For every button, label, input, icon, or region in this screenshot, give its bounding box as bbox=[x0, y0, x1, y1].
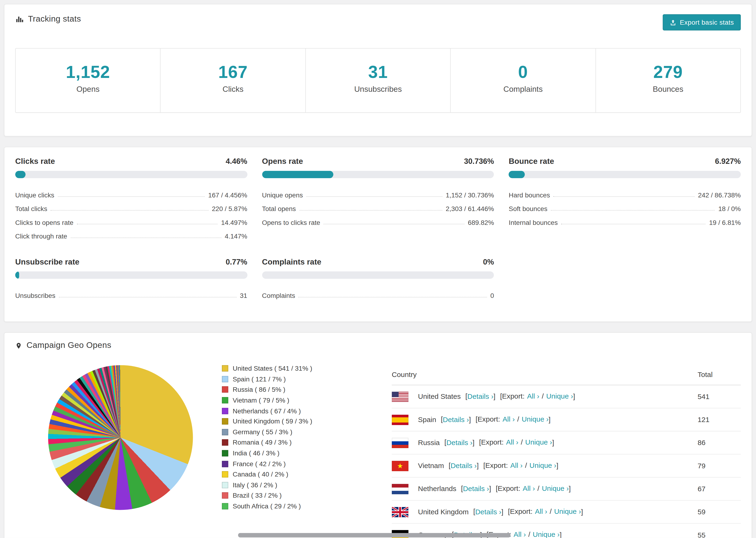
country-name: Spain bbox=[418, 415, 436, 423]
bracket-close: ] bbox=[569, 484, 571, 492]
legend-swatch bbox=[222, 461, 228, 467]
legend-item: Germany ( 55 / 3% ) bbox=[222, 427, 369, 437]
country-cell: United Kingdom [Details ›] [Export:All ›… bbox=[392, 501, 698, 523]
rate-rows: Complaints 0 bbox=[262, 286, 494, 299]
rate-progress-bar bbox=[509, 171, 741, 178]
rate-percent: 6.927% bbox=[715, 157, 741, 166]
dotted-leader bbox=[553, 196, 694, 197]
details-link[interactable]: Details › bbox=[463, 484, 489, 492]
stat-label: Bounces bbox=[596, 85, 740, 94]
rate-rows: Unique clicks 167 / 4.456% Total clicks … bbox=[15, 185, 247, 240]
stat-cell: 1,152 Opens bbox=[16, 49, 161, 112]
rate-progress-bar bbox=[262, 171, 494, 178]
rate-head: Bounce rate 6.927% bbox=[509, 157, 741, 166]
rate-detail-row: Soft bounces 18 / 0% bbox=[509, 199, 741, 213]
flag-gb-icon bbox=[392, 507, 408, 517]
rate-detail-row: Complaints 0 bbox=[262, 286, 494, 299]
rate-head: Complaints rate 0% bbox=[262, 258, 494, 267]
stat-value: 31 bbox=[306, 61, 450, 83]
geo-table-body: United States [Details ›] [Export:All ›/… bbox=[392, 385, 741, 538]
slash-divider: / bbox=[550, 508, 552, 515]
export-unique-link[interactable]: Unique › bbox=[529, 461, 557, 469]
map-pin-icon bbox=[15, 341, 22, 350]
horizontal-scrollbar-thumb[interactable] bbox=[238, 533, 511, 538]
legend-label: France ( 42 / 2% ) bbox=[233, 460, 286, 467]
bracket-open: [ bbox=[473, 508, 475, 515]
country-total: 541 bbox=[698, 385, 741, 408]
rate-percent: 30.736% bbox=[464, 157, 494, 166]
campaign-geo-opens-title: Campaign Geo Opens bbox=[15, 341, 111, 350]
rate-progress-fill bbox=[509, 171, 525, 178]
export-unique-link[interactable]: Unique › bbox=[554, 508, 581, 515]
dotted-leader bbox=[59, 297, 237, 297]
tracking-stats-title-text: Tracking stats bbox=[28, 14, 81, 24]
legend-item: United States ( 541 / 31% ) bbox=[222, 363, 369, 374]
legend-item: India ( 46 / 3% ) bbox=[222, 448, 369, 458]
rate-detail-row: Hard bounces 242 / 86.738% bbox=[509, 185, 741, 199]
export-all-link[interactable]: All › bbox=[527, 392, 539, 400]
export-all-link[interactable]: All › bbox=[514, 531, 526, 538]
bracket-close: ] bbox=[560, 531, 562, 538]
export-unique-link[interactable]: Unique › bbox=[546, 392, 573, 400]
country-name: United States bbox=[418, 392, 460, 400]
rate-percent: 4.46% bbox=[226, 157, 247, 166]
tracking-stats-card: Tracking stats Export basic stats 1,152 … bbox=[4, 4, 752, 136]
details-link[interactable]: Details › bbox=[451, 461, 477, 469]
rate-progress-fill bbox=[15, 271, 19, 279]
details-link[interactable]: Details › bbox=[467, 392, 494, 400]
geo-legend: United States ( 541 / 31% ) Spain ( 121 … bbox=[222, 363, 369, 511]
export-all-link[interactable]: All › bbox=[535, 508, 547, 515]
export-all-link[interactable]: All › bbox=[523, 484, 535, 492]
legend-label: Canada ( 40 / 2% ) bbox=[233, 471, 288, 478]
export-unique-link[interactable]: Unique › bbox=[533, 531, 560, 538]
rate-head: Opens rate 30.736% bbox=[262, 157, 494, 166]
rate-detail-value: 1,152 / 30.736% bbox=[446, 191, 494, 198]
flag-nl-icon bbox=[392, 484, 408, 494]
legend-label: Russia ( 86 / 5% ) bbox=[233, 386, 285, 393]
rate-detail-value: 242 / 86.738% bbox=[698, 191, 741, 198]
export-unique-link[interactable]: Unique › bbox=[522, 415, 549, 423]
export-unique-link[interactable]: Unique › bbox=[542, 484, 569, 492]
export-all-link[interactable]: All › bbox=[511, 461, 523, 469]
slash-divider: / bbox=[528, 531, 530, 538]
rate-detail-value: 220 / 5.87% bbox=[212, 205, 247, 212]
country-cell: Russia [Details ›] [Export:All ›/Unique … bbox=[392, 431, 698, 454]
geo-table-header-total: Total bbox=[698, 364, 741, 385]
export-prefix: [Export: bbox=[508, 508, 532, 515]
geo-table-row: Spain [Details ›] [Export:All ›/Unique ›… bbox=[392, 408, 741, 431]
export-basic-stats-button[interactable]: Export basic stats bbox=[663, 14, 741, 30]
rate-detail-row: Internal bounces 19 / 6.81% bbox=[509, 212, 741, 226]
legend-item: Canada ( 40 / 2% ) bbox=[222, 469, 369, 480]
legend-swatch bbox=[222, 450, 228, 456]
details-link[interactable]: Details › bbox=[475, 508, 501, 515]
stat-label: Opens bbox=[16, 85, 160, 94]
dotted-leader bbox=[551, 210, 715, 211]
export-all-link[interactable]: All › bbox=[506, 439, 518, 446]
rate-rows: Unique opens 1,152 / 30.736% Total opens… bbox=[262, 185, 494, 226]
geo-table-header-country: Country bbox=[392, 364, 698, 385]
geo-body: United States ( 541 / 31% ) Spain ( 121 … bbox=[15, 356, 741, 538]
rate-detail-row: Clicks to opens rate 14.497% bbox=[15, 212, 247, 226]
geo-table: Country Total United States [Details ›] … bbox=[392, 364, 741, 538]
rate-title: Unsubscribe rate bbox=[15, 258, 80, 267]
rate-progress-bar bbox=[262, 271, 494, 279]
tracking-stats-header: Tracking stats Export basic stats bbox=[15, 14, 741, 30]
geo-table-row: ★ Vietnam [Details ›] [Export:All ›/Uniq… bbox=[392, 454, 741, 477]
legend-item: Brazil ( 33 / 2% ) bbox=[222, 490, 369, 501]
rate-rows: Unsubscribes 31 bbox=[15, 286, 247, 299]
legend-item: Netherlands ( 67 / 4% ) bbox=[222, 405, 369, 416]
rate-progress-bar bbox=[15, 271, 247, 279]
details-link[interactable]: Details › bbox=[446, 439, 472, 446]
flag-us-icon bbox=[392, 391, 408, 402]
bracket-close: ] bbox=[494, 392, 495, 400]
bracket-open: [ bbox=[441, 415, 443, 423]
export-unique-link[interactable]: Unique › bbox=[525, 439, 552, 446]
rate-detail-label: Unique clicks bbox=[15, 191, 54, 198]
details-link[interactable]: Details › bbox=[443, 415, 469, 423]
rate-block: Opens rate 30.736% Unique opens 1,152 / … bbox=[262, 157, 494, 240]
legend-item: Italy ( 36 / 2% ) bbox=[222, 480, 369, 490]
bracket-close: ] bbox=[557, 461, 558, 469]
stat-label: Complaints bbox=[451, 85, 595, 94]
export-all-link[interactable]: All › bbox=[503, 415, 514, 423]
export-prefix: [Export: bbox=[496, 484, 520, 492]
